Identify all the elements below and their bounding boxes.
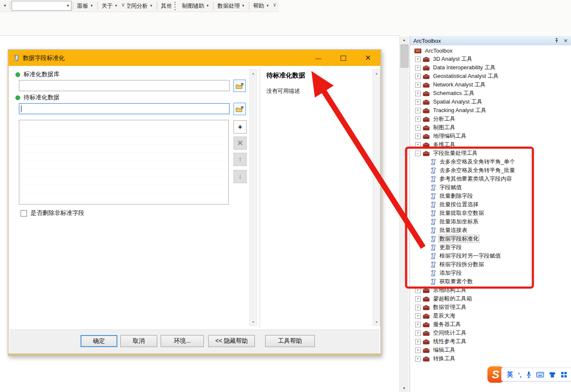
- tree-tool-item[interactable]: 获取要素个数: [410, 277, 571, 286]
- expand-icon[interactable]: +: [415, 339, 421, 344]
- hide-help-button[interactable]: << 隐藏帮助: [208, 335, 255, 347]
- field-mapping-list[interactable]: [19, 120, 229, 205]
- tree-toolbox-item[interactable]: +3D Analyst 工具: [410, 55, 571, 63]
- scroll-up-icon[interactable]: ▲: [250, 70, 257, 77]
- add-row-button[interactable]: +: [233, 120, 247, 134]
- toolbar-menu-制图辅助[interactable]: 制图辅助▼: [179, 1, 212, 11]
- expand-icon[interactable]: +: [415, 356, 421, 362]
- browse-button[interactable]: [233, 80, 246, 92]
- tree-tool-item[interactable]: 根据字段对另一字段赋值: [410, 252, 571, 260]
- toolbar-overflow-icon[interactable]: ▾: [120, 1, 126, 11]
- tree-toolbox-item[interactable]: +地理编码工具: [410, 132, 571, 140]
- expand-icon[interactable]: +: [415, 134, 421, 139]
- tree-toolbox-item[interactable]: +转换工具: [410, 354, 571, 363]
- expand-icon[interactable]: +: [415, 99, 421, 105]
- expand-icon[interactable]: +: [415, 296, 421, 302]
- close-icon[interactable]: ✕: [562, 38, 569, 44]
- tree-toolbox-item[interactable]: +Network Analyst 工具: [410, 80, 571, 89]
- expand-icon[interactable]: +: [415, 330, 421, 336]
- maximize-button[interactable]: [331, 50, 356, 66]
- tool-help-button[interactable]: 工具帮助: [265, 335, 315, 347]
- expand-icon[interactable]: +: [415, 116, 421, 122]
- microphone-icon[interactable]: [526, 371, 532, 378]
- expand-icon[interactable]: +: [415, 108, 421, 113]
- tree-tool-item[interactable]: 去多余空格及全角转半角_批量: [410, 166, 571, 175]
- scroll-down-icon[interactable]: ▼: [373, 318, 380, 325]
- scroll-down-icon[interactable]: ▼: [400, 385, 408, 392]
- collapse-icon[interactable]: −: [415, 151, 421, 156]
- tree-toolbox-item[interactable]: +分析工具: [410, 115, 571, 123]
- tree-toolbox-item[interactable]: +廖超毅的工具箱: [410, 294, 571, 303]
- toolbar-menu-帮助[interactable]: 帮助▼: [251, 1, 272, 11]
- expand-icon[interactable]: +: [415, 313, 421, 319]
- tree-toolbox-item[interactable]: +制图工具: [410, 123, 571, 132]
- skin-icon[interactable]: [549, 371, 556, 378]
- tree-tool-item[interactable]: 批量删除字段: [410, 192, 571, 200]
- dialog-titlebar[interactable]: 数据字段标准化 — ✕: [9, 50, 380, 66]
- tree-toolbox-item[interactable]: +线性参考工具: [410, 337, 571, 346]
- tree-toolbox-item[interactable]: +Geostatistical Analyst 工具: [410, 72, 571, 80]
- tree-tool-item[interactable]: 批量添加坐标系: [410, 217, 571, 226]
- pin-icon[interactable]: [553, 38, 560, 44]
- tree-toolbox-item[interactable]: +Schematics 工具: [410, 89, 571, 98]
- ime-toolbox-icon[interactable]: [561, 371, 567, 378]
- expand-icon[interactable]: +: [415, 305, 421, 310]
- punctuation-toggle[interactable]: ’,: [518, 371, 521, 378]
- expand-icon[interactable]: +: [415, 288, 421, 293]
- tree-tool-item[interactable]: 根据字段拆分数据: [410, 260, 571, 269]
- tree-toolbox-item[interactable]: −字段批量处理工具: [410, 149, 571, 157]
- tree-root-item[interactable]: ArcToolbox: [410, 46, 571, 55]
- toolbar-menu-面板[interactable]: 面板▼: [75, 1, 96, 11]
- tree-toolbox-item[interactable]: +编辑工具: [410, 346, 571, 354]
- tree-tool-item[interactable]: 字段赋值: [410, 183, 571, 192]
- tree-toolbox-item[interactable]: +数据管理工具: [410, 303, 571, 312]
- delete-nonstandard-checkbox-row[interactable]: 是否删除非标准字段: [21, 209, 84, 217]
- ok-button[interactable]: 确定: [81, 335, 117, 347]
- expand-icon[interactable]: +: [415, 91, 421, 96]
- tree-tool-item[interactable]: 批量提取非空数据: [410, 209, 571, 217]
- minimize-button[interactable]: —: [306, 50, 331, 66]
- expand-icon[interactable]: +: [415, 142, 421, 148]
- language-mode-toggle[interactable]: 英: [507, 371, 513, 379]
- tree-tool-item[interactable]: 添加字段: [410, 269, 571, 277]
- standard-database-input[interactable]: [19, 80, 230, 91]
- help-scrollbar[interactable]: ▲ ▼: [373, 69, 380, 326]
- expand-icon[interactable]: +: [415, 65, 421, 71]
- expand-icon[interactable]: +: [415, 56, 421, 62]
- toolbar-menu-数据处理[interactable]: 数据处理▼: [215, 1, 248, 11]
- expand-icon[interactable]: +: [415, 82, 421, 88]
- toolbar-menu-关于[interactable]: 关于▼: [99, 1, 120, 11]
- data-to-standardize-input[interactable]: [19, 103, 230, 114]
- tree-tool-item[interactable]: 去多余空格及全角转半角_单个: [410, 157, 571, 166]
- tree-toolbox-item[interactable]: +多维工具: [410, 140, 571, 149]
- tree-toolbox-item[interactable]: +空间统计工具: [410, 329, 571, 337]
- soft-keyboard-icon[interactable]: [536, 372, 544, 377]
- environments-button[interactable]: 环境...: [161, 335, 204, 347]
- scroll-up-icon[interactable]: ▲: [400, 36, 408, 44]
- toolbar-grip[interactable]: [174, 2, 178, 10]
- form-scrollbar[interactable]: ▲ ▼: [249, 69, 257, 326]
- expand-icon[interactable]: +: [415, 74, 421, 79]
- tree-toolbox-item[interactable]: +星辰大海: [410, 312, 571, 320]
- checkbox[interactable]: [21, 210, 27, 217]
- tree-toolbox-item[interactable]: +Tracking Analyst 工具: [410, 106, 571, 115]
- tree-toolbox-item[interactable]: +Data Interoperability 工具: [410, 63, 571, 72]
- toolbar-overflow-icon[interactable]: ▾: [272, 1, 278, 11]
- tree-toolbox-item[interactable]: +宗地结构工具: [410, 286, 571, 294]
- tree-tool-item[interactable]: 参考其他要素类填入字段内容: [410, 175, 571, 183]
- tree-tool-item[interactable]: 数据字段标准化: [410, 235, 571, 243]
- tree-toolbox-item[interactable]: +Spatial Analyst 工具: [410, 98, 571, 106]
- expand-icon[interactable]: +: [415, 322, 421, 327]
- layer-combobox[interactable]: ▼: [12, 1, 72, 11]
- expand-icon[interactable]: +: [415, 347, 421, 353]
- browse-button[interactable]: [233, 103, 246, 115]
- scroll-up-icon[interactable]: ▲: [373, 70, 380, 77]
- document-vertical-scrollbar[interactable]: ▲ ▼: [399, 36, 409, 392]
- chevron-down-icon[interactable]: ▼: [1, 1, 9, 11]
- tree-tool-item[interactable]: 批量按位置选择: [410, 200, 571, 209]
- tree-tool-item[interactable]: 更新字段: [410, 243, 571, 252]
- scroll-down-icon[interactable]: ▼: [250, 318, 257, 325]
- expand-icon[interactable]: +: [415, 125, 421, 131]
- tree-tool-item[interactable]: 批量连接表: [410, 226, 571, 235]
- close-button[interactable]: ✕: [356, 50, 380, 66]
